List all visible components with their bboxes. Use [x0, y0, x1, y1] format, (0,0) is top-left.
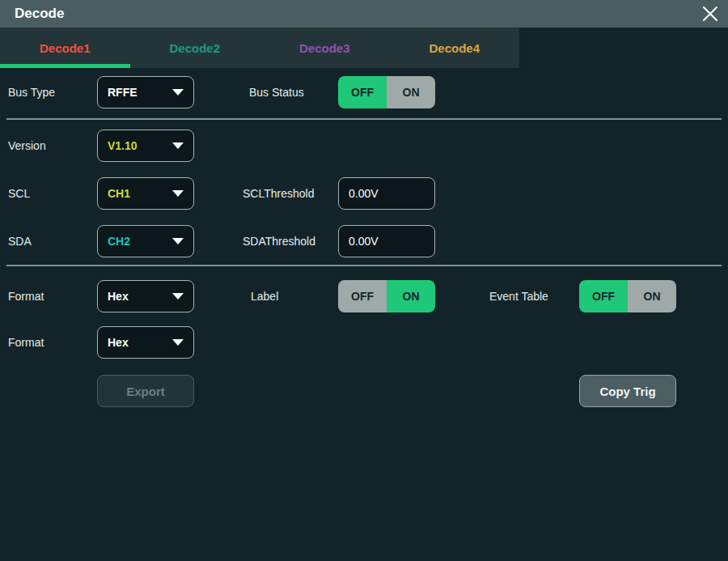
event-table-toggle-on[interactable]: ON [628, 280, 676, 312]
version-label: Version [8, 130, 46, 162]
tab-decode3[interactable]: Decode3 [260, 28, 390, 68]
scl-threshold-input[interactable] [338, 177, 435, 210]
chevron-down-icon [172, 89, 184, 96]
scl-value: CH1 [108, 187, 130, 200]
bus-status-toggle-off[interactable]: OFF [338, 76, 387, 108]
tab-strip: Decode1 Decode2 Decode3 Decode4 [0, 28, 519, 68]
format-label: Format [8, 280, 44, 312]
version-value: V1.10 [108, 139, 138, 152]
bus-type-dropdown[interactable]: RFFE [97, 76, 194, 108]
chevron-down-icon [172, 142, 184, 149]
bus-type-value: RFFE [108, 86, 138, 99]
tab-decode3-label: Decode3 [299, 41, 350, 55]
export-button[interactable]: Export [97, 375, 194, 407]
bus-status-label: Bus Status [249, 76, 304, 108]
format2-value: Hex [108, 336, 129, 349]
copy-trig-button[interactable]: Copy Trig [579, 375, 676, 407]
bus-type-label: Bus Type [8, 76, 55, 108]
tab-decode2[interactable]: Decode2 [130, 28, 260, 68]
label-toggle-off[interactable]: OFF [338, 280, 387, 312]
event-table-toggle: OFF ON [579, 280, 676, 312]
divider [6, 265, 722, 266]
format-dropdown[interactable]: Hex [97, 280, 194, 312]
version-dropdown[interactable]: V1.10 [97, 130, 194, 162]
sda-label: SDA [8, 225, 32, 257]
sda-dropdown[interactable]: CH2 [97, 225, 194, 257]
decode-dialog: Decode Decode1 Decode2 Decode3 Decode4 B… [0, 0, 728, 561]
label-toggle: OFF ON [338, 280, 435, 312]
chevron-down-icon [172, 339, 184, 346]
event-table-label: Event Table [489, 280, 548, 312]
scl-label: SCL [8, 177, 30, 210]
bus-status-toggle: OFF ON [338, 76, 435, 108]
chevron-down-icon [172, 293, 184, 300]
close-icon[interactable] [699, 2, 722, 25]
format-value: Hex [108, 290, 129, 303]
tab-decode2-label: Decode2 [169, 41, 220, 55]
format2-dropdown[interactable]: Hex [97, 326, 194, 359]
sda-threshold-label: SDAThreshold [243, 225, 315, 257]
scl-dropdown[interactable]: CH1 [97, 177, 194, 210]
titlebar: Decode [0, 0, 728, 28]
divider [6, 118, 722, 120]
label-toggle-on[interactable]: ON [387, 280, 435, 312]
tab-decode4[interactable]: Decode4 [390, 28, 520, 68]
tab-decode1[interactable]: Decode1 [0, 28, 130, 68]
label-toggle-label: Label [251, 280, 278, 312]
tab-decode4-label: Decode4 [429, 41, 480, 55]
scl-threshold-label: SCLThreshold [243, 177, 314, 210]
event-table-toggle-off[interactable]: OFF [579, 280, 628, 312]
chevron-down-icon [172, 190, 184, 197]
sda-threshold-input[interactable] [338, 225, 435, 257]
format2-label: Format [8, 326, 44, 359]
tab-decode1-label: Decode1 [40, 41, 91, 55]
dialog-title: Decode [15, 0, 64, 28]
bus-status-toggle-on[interactable]: ON [387, 76, 435, 108]
sda-value: CH2 [108, 235, 130, 248]
active-tab-underline [0, 64, 130, 68]
chevron-down-icon [172, 238, 184, 244]
